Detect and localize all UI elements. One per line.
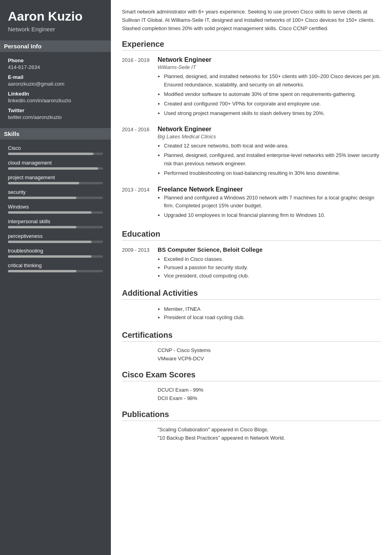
exam-score-text: DCUCI Exam - 99% (158, 387, 204, 393)
skill-name: cloud management (8, 160, 103, 166)
skill-bar-fill (8, 270, 76, 272)
publications-section: Publications "Scaling Collaboration" app… (122, 410, 381, 441)
skill-bar-fill (8, 211, 91, 214)
edu-bullet: Vice president, cloud computing club. (164, 272, 381, 280)
exp-bullet: Modified vendor software to automate 30%… (164, 90, 381, 99)
publication-text: "Scaling Collaboration" appeared in Cisc… (158, 427, 268, 433)
skill-item: Cisco (8, 145, 103, 155)
activity-item: Member, ITNEA (164, 305, 245, 314)
skill-item: troubleshooting (8, 248, 103, 258)
edu-degree: BS Computer Science, Beloit College (158, 246, 381, 253)
edu-bullets: Excelled in Cisco classes.Pursued a pass… (158, 255, 381, 280)
skill-bar (8, 241, 103, 243)
exp-bullets: Planned, designed, and installed network… (158, 73, 381, 117)
skill-bar-fill (8, 255, 91, 258)
skill-name: perceptiveness (8, 233, 103, 239)
education-item: 2009 - 2013BS Computer Science, Beloit C… (122, 246, 381, 280)
exp-bullet: Used strong project management skills to… (164, 109, 381, 118)
education-section: Education 2009 - 2013BS Computer Science… (122, 230, 381, 280)
twitter-value: twitter.com/aaronzkuzio (8, 114, 103, 120)
cert-text: CCNP - Cisco Systems (158, 347, 211, 353)
twitter-label: Twitter (8, 107, 103, 113)
cert-item: CCNP - Cisco Systems (122, 347, 381, 353)
skill-bar (8, 211, 103, 214)
exam-score-text: DCII Exam - 98% (158, 395, 197, 401)
publication-text: "10 Backup Best Practices" appeared in N… (158, 435, 285, 441)
skill-item: cloud management (8, 160, 103, 170)
experience-item: 2013 - 2014Freelance Network EngineerPla… (122, 186, 381, 221)
skill-item: security (8, 189, 103, 199)
exp-bullet: Created 12 secure networks, both local a… (164, 142, 381, 150)
exp-bullet: Performed troubleshooting on load-balanc… (164, 169, 381, 178)
certifications-list: CCNP - Cisco SystemsVMware VCP6-DCV (122, 347, 381, 362)
exp-dates: 2014 - 2016 (122, 126, 158, 178)
exp-company: Williams-Seile IT (158, 64, 381, 70)
exp-bullet: Planned and configured a Windows 2010 ne… (164, 194, 381, 211)
exp-title: Freelance Network Engineer (158, 186, 381, 193)
skill-bar (8, 167, 103, 170)
exp-bullets: Planned and configured a Windows 2010 ne… (158, 194, 381, 220)
sidebar: Aaron Kuzio Network Engineer Personal In… (0, 0, 111, 555)
skill-bar-fill (8, 241, 91, 243)
skills-list: Ciscocloud managementproject managements… (8, 145, 103, 272)
education-list: 2009 - 2013BS Computer Science, Beloit C… (122, 246, 381, 280)
skill-bar-fill (8, 167, 98, 170)
skill-name: critical thinking (8, 262, 103, 268)
main-content: Smart network administrator with 6+ year… (111, 0, 392, 555)
edu-dates: 2009 - 2013 (122, 246, 158, 280)
skill-bar-fill (8, 153, 93, 155)
activity-item: President of local road cycling club. (164, 314, 245, 322)
skill-bar-fill (8, 197, 76, 199)
edu-bullet: Excelled in Cisco classes. (164, 255, 381, 264)
exam-scores-section: Cisco Exam Scores DCUCI Exam - 99%DCII E… (122, 370, 381, 401)
publication-item: "Scaling Collaboration" appeared in Cisc… (122, 427, 381, 433)
skill-bar-fill (8, 182, 79, 184)
skill-bar (8, 270, 103, 272)
email-label: E-mail (8, 74, 103, 80)
skills-section-title: Skills (0, 128, 111, 140)
skill-name: troubleshooting (8, 248, 103, 254)
linkedin-value: linkedin.com/in/aaronzkuzio (8, 98, 103, 103)
exp-company: Big Lakes Medical Clinics (158, 134, 381, 140)
skills-section: Skills Ciscocloud managementproject mana… (8, 128, 103, 272)
exp-bullets: Created 12 secure networks, both local a… (158, 142, 381, 177)
skill-bar (8, 153, 103, 155)
exp-bullet: Planned, designed, and installed network… (164, 73, 381, 89)
edu-bullet: Pursued a passion for security study. (164, 264, 381, 272)
personal-info-section-title: Personal Info (0, 40, 111, 52)
skill-bar (8, 255, 103, 258)
email-value: aaronzkuzio@gmail.com (8, 81, 103, 87)
skill-name: security (8, 189, 103, 195)
experience-item: 2016 - 2019Network EngineerWilliams-Seil… (122, 56, 381, 119)
experience-section: Experience 2016 - 2019Network EngineerWi… (122, 40, 381, 221)
education-section-title: Education (122, 230, 381, 241)
skill-bar (8, 197, 103, 199)
exp-bullet: Planned, designed, configured, and insta… (164, 151, 381, 168)
candidate-name: Aaron Kuzio (8, 10, 103, 23)
activities-list: Member, ITNEAPresident of local road cyc… (158, 305, 245, 322)
skill-bar (8, 182, 103, 184)
experience-list: 2016 - 2019Network EngineerWilliams-Seil… (122, 56, 381, 221)
linkedin-label: LinkedIn (8, 91, 103, 97)
cert-text: VMware VCP6-DCV (158, 356, 204, 362)
skill-name: interpersonal skills (8, 218, 103, 224)
activities-row: Member, ITNEAPresident of local road cyc… (122, 305, 381, 322)
exam-scores-list: DCUCI Exam - 99%DCII Exam - 98% (122, 387, 381, 401)
activities-section: Additional Activities Member, ITNEAPresi… (122, 289, 381, 322)
skill-item: perceptiveness (8, 233, 103, 243)
cert-item: VMware VCP6-DCV (122, 356, 381, 362)
phone-label: Phone (8, 57, 103, 63)
certifications-section-title: Certifications (122, 331, 381, 342)
skill-bar (8, 226, 103, 228)
publication-item: "10 Backup Best Practices" appeared in N… (122, 435, 381, 441)
exam-scores-section-title: Cisco Exam Scores (122, 370, 381, 381)
publications-section-title: Publications (122, 410, 381, 421)
activities-section-title: Additional Activities (122, 289, 381, 300)
skill-item: Windows (8, 204, 103, 214)
publications-list: "Scaling Collaboration" appeared in Cisc… (122, 427, 381, 441)
skill-item: critical thinking (8, 262, 103, 272)
skill-bar-fill (8, 226, 76, 228)
exp-dates: 2013 - 2014 (122, 186, 158, 221)
exp-bullet: Upgraded 10 employees in local financial… (164, 211, 381, 220)
skill-name: Windows (8, 204, 103, 210)
